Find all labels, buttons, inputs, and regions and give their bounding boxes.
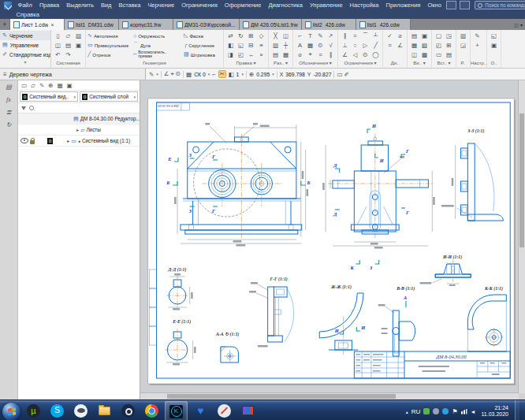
tool-icon[interactable]: ⊙: [318, 42, 322, 49]
tool-icon[interactable]: ⊞: [248, 32, 253, 39]
corner-icon[interactable]: ⌐: [212, 71, 215, 78]
tool-icon[interactable]: ◲: [460, 42, 466, 49]
tool-icon[interactable]: ⌀: [298, 51, 302, 58]
tool-icon[interactable]: ⊞: [446, 42, 451, 49]
tool-icon[interactable]: ▧: [422, 42, 427, 49]
document-tab[interactable]: Лист 1.cdw ×: [10, 19, 65, 30]
tool-icon[interactable]: ⊟: [248, 42, 253, 49]
tool-icon[interactable]: ▦: [411, 42, 417, 49]
taskbar-app-button[interactable]: [141, 401, 162, 420]
taskbar-app-button[interactable]: µ: [23, 401, 44, 420]
menu-item[interactable]: Окно: [424, 2, 445, 9]
tool-icon[interactable]: ⌖: [308, 50, 311, 58]
tool-icon[interactable]: √: [329, 42, 332, 49]
menu-item[interactable]: Файл: [14, 2, 35, 9]
window-layout-icon[interactable]: [446, 1, 456, 9]
menu-item[interactable]: Диагностика: [265, 2, 306, 9]
tool-icon[interactable]: ∠: [342, 51, 348, 58]
geometry-tool[interactable]: ∿Автолиния: [86, 31, 132, 40]
command-search-input[interactable]: Поиск по командам (Alt+/): [475, 1, 525, 9]
layer-select[interactable]: 1: [236, 72, 240, 77]
tool-icon[interactable]: ▷: [363, 42, 368, 49]
tool-icon[interactable]: ∠: [397, 42, 403, 49]
show-desktop-button[interactable]: [515, 400, 519, 420]
app-logo-icon[interactable]: [4, 2, 12, 9]
tool-icon[interactable]: ✎: [318, 32, 322, 39]
tool-icon[interactable]: ╱: [374, 42, 378, 49]
coordinate-system-select[interactable]: СК 0: [194, 72, 206, 77]
geometry-tool[interactable]: ⌒Дуга: [132, 40, 182, 50]
document-tab[interactable]: list2_426.cdw: [302, 19, 356, 30]
menu-item[interactable]: Вид: [97, 2, 115, 9]
tool-icon[interactable]: ⌐: [298, 32, 301, 39]
geometry-tool[interactable]: ▨Штриховка: [182, 50, 223, 59]
tool-icon[interactable]: ↶: [55, 51, 60, 58]
tool-icon[interactable]: ○: [353, 42, 357, 49]
tool-icon[interactable]: ◰: [436, 42, 441, 49]
tree-search-row[interactable]: [18, 103, 140, 113]
modes-collapse-icon[interactable]: ▾: [0, 59, 50, 66]
mode-button[interactable]: ✎ Черчение: [0, 31, 50, 40]
document-tab[interactable]: ДМ31-03\Курсовой...: [173, 19, 240, 30]
tool-icon[interactable]: ▩: [422, 51, 427, 58]
taskbar-app-button[interactable]: S: [47, 401, 68, 420]
menu-item[interactable]: Выделить: [63, 2, 98, 9]
tab-close-icon[interactable]: ×: [50, 22, 54, 28]
tool-icon[interactable]: =: [353, 32, 356, 39]
tool-icon[interactable]: ◁: [353, 51, 358, 58]
tree-row-document[interactable]: ▤ ДМ 8-04.30.00 Редуктор...: [18, 113, 140, 125]
param-icon[interactable]: ▭: [337, 71, 342, 78]
tool-icon[interactable]: ⊙: [363, 51, 367, 58]
tool-icon[interactable]: ▤: [411, 32, 417, 39]
screen-mode-icon[interactable]: [460, 1, 470, 9]
panel-tab-icon[interactable]: ▤: [6, 84, 12, 91]
taskbar-clock[interactable]: 21:24 11.03.2020: [481, 405, 508, 418]
tool-icon[interactable]: ▤: [273, 51, 278, 58]
taskbar-app-button[interactable]: [70, 401, 91, 420]
tool-icon[interactable]: ▤: [446, 51, 452, 58]
tray-sync-icon[interactable]: [442, 408, 449, 414]
tool-icon[interactable]: ▥: [460, 32, 466, 39]
menu-item[interactable]: Приложения: [382, 2, 424, 9]
menu-item[interactable]: Вставка: [115, 2, 144, 9]
tool-icon[interactable]: ▥: [76, 32, 81, 39]
menu-item[interactable]: Управление: [306, 2, 346, 9]
document-tab[interactable]: ДМ 426.05\List1.frw: [240, 19, 302, 30]
tree-toolbar-icon[interactable]: ⊕: [48, 82, 53, 89]
tab-list-icon[interactable]: ◫: [514, 22, 519, 28]
tool-icon[interactable]: ∥: [344, 32, 347, 39]
layer-filter-dropdown[interactable]: 0 Системный слой ▾: [80, 91, 138, 102]
tool-icon[interactable]: ⊥: [342, 42, 348, 49]
snap-toggle-button[interactable]: ✂: [218, 70, 226, 78]
tool-icon[interactable]: ≈: [388, 42, 391, 49]
tray-shield-icon[interactable]: [423, 408, 430, 414]
taskbar-app-button[interactable]: ♥: [190, 401, 211, 420]
volume-icon[interactable]: ◄: [471, 409, 476, 414]
tool-icon[interactable]: ◧: [228, 42, 233, 49]
tool-icon[interactable]: ✓: [387, 32, 392, 39]
tool-icon[interactable]: ≈: [318, 51, 322, 58]
tool-icon[interactable]: +: [475, 42, 478, 49]
visibility-eye-icon[interactable]: [20, 138, 28, 143]
tool-icon[interactable]: ◨: [228, 51, 233, 58]
line-style-dropdown-icon[interactable]: ▾: [156, 72, 158, 76]
tool-icon[interactable]: ▥: [273, 42, 278, 49]
geometry-tool[interactable]: ┄Вспомогатель.. прямая: [132, 50, 182, 59]
taskbar-app-button[interactable]: [237, 401, 259, 420]
taskbar-app-button[interactable]: K: [165, 401, 188, 420]
tool-icon[interactable]: ▣: [422, 32, 427, 39]
tool-icon[interactable]: ⌒: [363, 32, 369, 39]
language-indicator[interactable]: RU: [411, 408, 421, 415]
tool-icon[interactable]: ▦: [307, 42, 313, 49]
tool-icon[interactable]: ▭: [436, 51, 441, 58]
geometry-tool[interactable]: ◺Фаска: [182, 31, 223, 40]
drawing-canvas[interactable]: ДМ 8-04.30.00: [140, 80, 525, 400]
tool-icon[interactable]: ▣: [491, 42, 497, 49]
tool-icon[interactable]: ▣: [76, 42, 81, 49]
taskbar-app-button[interactable]: [94, 401, 115, 420]
tool-icon[interactable]: ◳: [446, 32, 452, 39]
tool-icon[interactable]: ◫: [411, 51, 417, 58]
geometry-tool[interactable]: ╭Скругление: [182, 40, 223, 50]
tree-toolbar-icon[interactable]: ▭: [21, 82, 27, 89]
tool-icon[interactable]: ◱: [238, 42, 244, 49]
